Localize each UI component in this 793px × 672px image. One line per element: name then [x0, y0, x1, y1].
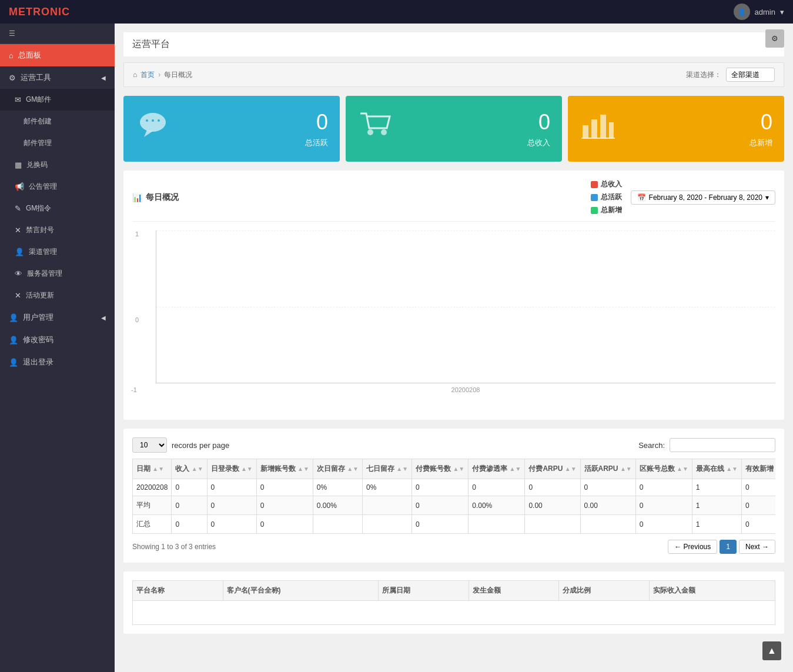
sort-icon: ▲▼: [347, 466, 359, 472]
gear-icon: ⚙: [9, 73, 16, 82]
date-picker-button[interactable]: 📅 February 8, 2020 - February 8, 2020 ▾: [631, 190, 775, 205]
table-cell-arpu: [525, 515, 580, 534]
table-cell-new_accounts: 0: [256, 515, 313, 534]
breadcrumb-separator: ›: [158, 71, 160, 79]
sidebar-item-channel-manage[interactable]: 👤 渠道管理: [0, 241, 115, 263]
th-ratio[interactable]: 分成比例: [559, 581, 650, 601]
search-label: Search:: [638, 441, 665, 450]
table-controls: 10 25 50 100 records per page Search:: [132, 437, 775, 453]
sidebar-item-activity-update[interactable]: ✕ 活动更新: [0, 285, 115, 306]
breadcrumb-home[interactable]: 首页: [140, 70, 155, 80]
sidebar-item-change-password[interactable]: 👤 修改密码: [0, 329, 115, 351]
password-icon: 👤: [9, 336, 18, 345]
th-daily-logins[interactable]: 日登录数 ▲▼: [207, 459, 256, 479]
stat-value-revenue: 0 总收入: [527, 110, 550, 148]
sort-icon: ▲▼: [396, 466, 408, 472]
th-customer[interactable]: 客户名(平台全称): [223, 581, 378, 601]
stat-card-new: 0 总新增: [568, 96, 784, 162]
menu-icon: ☰: [9, 29, 15, 38]
th-platform[interactable]: 平台名称: [133, 581, 223, 601]
prev-button[interactable]: ← Previous: [668, 540, 717, 554]
th-seven-day[interactable]: 七日留存 ▲▼: [362, 459, 411, 479]
th-max-online[interactable]: 最高在线 ▲▼: [692, 459, 741, 479]
user-icon: 👤: [9, 313, 18, 322]
page-1-button[interactable]: 1: [720, 540, 737, 554]
svg-rect-9: [600, 115, 606, 138]
sidebar-item-server-manage[interactable]: 👁 服务器管理: [0, 263, 115, 285]
sort-icon: ▲▼: [297, 466, 309, 472]
sidebar-item-gm-command[interactable]: ✎ GM指令: [0, 198, 115, 219]
sort-icon: ▲▼: [192, 466, 203, 472]
chart-icon: 📊: [132, 193, 142, 202]
sort-icon: ▲▼: [726, 466, 738, 472]
sort-icon: ▲▼: [677, 466, 688, 472]
sidebar: ☰ ⌂ 总面板 ⚙ 运营工具 ◀ ✉ GM邮件 邮件创建 邮件管理 ▦ 兑换码 …: [0, 24, 115, 672]
sidebar-item-logout[interactable]: 👤 退出登录: [0, 351, 115, 373]
table-cell-date: 20200208: [133, 479, 172, 496]
top-navigation: METRONIC 👤 admin ▾: [0, 0, 793, 24]
legend-dot-revenue: [591, 181, 598, 188]
pagination-info: Showing 1 to 3 of 3 entries: [132, 543, 216, 551]
command-icon: ✎: [15, 204, 21, 213]
sidebar-item-announcement[interactable]: 📢 公告管理: [0, 176, 115, 198]
chevron-down-icon: ▾: [780, 8, 784, 16]
sidebar-item-label: GM邮件: [26, 95, 51, 105]
th-amount[interactable]: 发生金额: [469, 581, 559, 601]
sidebar-item-label: 渠道管理: [29, 247, 57, 257]
table-cell-paid_accounts: 0: [412, 515, 469, 534]
table-cell-revenue: 0: [172, 515, 207, 534]
y-label-top: 1: [135, 230, 139, 238]
sidebar-item-ops-tools[interactable]: ⚙ 运营工具 ◀: [0, 66, 115, 89]
user-menu[interactable]: 👤 admin ▾: [734, 4, 784, 20]
sidebar-item-gm-mail[interactable]: ✉ GM邮件: [0, 89, 115, 111]
table-cell-seven_day_retention: [362, 496, 411, 515]
pagination: ← Previous 1 Next →: [668, 540, 775, 554]
th-active-arpu[interactable]: 活跃ARPU ▲▼: [580, 459, 635, 479]
activity-icon: ✕: [15, 291, 21, 300]
next-button[interactable]: Next →: [739, 540, 775, 554]
stat-value-new: 0 总新增: [749, 110, 772, 148]
table-cell-arpu: 0.00: [525, 496, 580, 515]
th-payment-rate[interactable]: 付费渗透率 ▲▼: [469, 459, 525, 479]
sidebar-item-mail-manage[interactable]: 邮件管理: [0, 132, 115, 154]
sidebar-toggle[interactable]: ☰: [0, 24, 115, 44]
data-table: 日期 ▲▼ 收入 ▲▼ 日登录数 ▲▼ 新增账号数 ▲▼ 次日留存 ▲▼ 七日留…: [132, 459, 775, 534]
th-belong-date[interactable]: 所属日期: [379, 581, 469, 601]
th-date[interactable]: 日期 ▲▼: [133, 459, 172, 479]
table-cell-zone_accounts: 0: [635, 496, 692, 515]
sidebar-item-label: 活动更新: [26, 290, 54, 300]
sidebar-item-user-manage[interactable]: 👤 用户管理 ◀: [0, 306, 115, 329]
table-cell-payment_rate: 0.00%: [469, 496, 525, 515]
sidebar-item-label: 退出登录: [23, 357, 53, 367]
th-zone-accounts[interactable]: 区账号总数 ▲▼: [635, 459, 692, 479]
legend-item-revenue: 总收入: [591, 179, 622, 189]
breadcrumb: ⌂ 首页 › 每日概况: [133, 70, 192, 80]
table-cell-active_arpu: 0: [580, 479, 635, 496]
stat-card-revenue: 0 总收入: [346, 96, 562, 162]
th-next-day[interactable]: 次日留存 ▲▼: [313, 459, 362, 479]
sidebar-item-mail-create[interactable]: 邮件创建: [0, 111, 115, 132]
th-revenue[interactable]: 收入 ▲▼: [172, 459, 207, 479]
sidebar-item-ban-manage[interactable]: ✕ 禁言封号: [0, 219, 115, 241]
svg-point-5: [367, 129, 373, 135]
channel-label: 渠道选择：: [686, 70, 721, 80]
channel-dropdown[interactable]: 全部渠道 全部渠道渠道1渠道2: [726, 68, 775, 82]
settings-button[interactable]: ⚙: [765, 29, 784, 48]
th-new-accounts[interactable]: 新增账号数 ▲▼: [256, 459, 313, 479]
sidebar-item-dashboard[interactable]: ⌂ 总面板: [0, 44, 115, 66]
sidebar-item-label: 修改密码: [23, 335, 53, 345]
table-cell-payment_rate: 0: [469, 479, 525, 496]
table-cell-next_day_retention: 0%: [313, 479, 362, 496]
th-paid-accounts[interactable]: 付费账号数 ▲▼: [412, 459, 469, 479]
table-cell-new_accounts: 0: [256, 496, 313, 515]
sidebar-item-redeem-code[interactable]: ▦ 兑换码: [0, 154, 115, 176]
table-cell-date: 平均: [133, 496, 172, 515]
back-to-top-button[interactable]: ▲: [762, 641, 781, 660]
records-select-dropdown[interactable]: 10 25 50 100: [132, 437, 167, 453]
second-table: 平台名称 客户名(平台全称) 所属日期 发生金额 分成比例 实际收入金额: [132, 580, 775, 625]
search-input[interactable]: [670, 438, 775, 452]
th-arpu[interactable]: 付费ARPU ▲▼: [525, 459, 580, 479]
chart-canvas: [156, 230, 775, 383]
th-effective-new[interactable]: 有效新增 ▲▼: [741, 459, 775, 479]
th-actual-revenue[interactable]: 实际收入金额: [649, 581, 775, 601]
